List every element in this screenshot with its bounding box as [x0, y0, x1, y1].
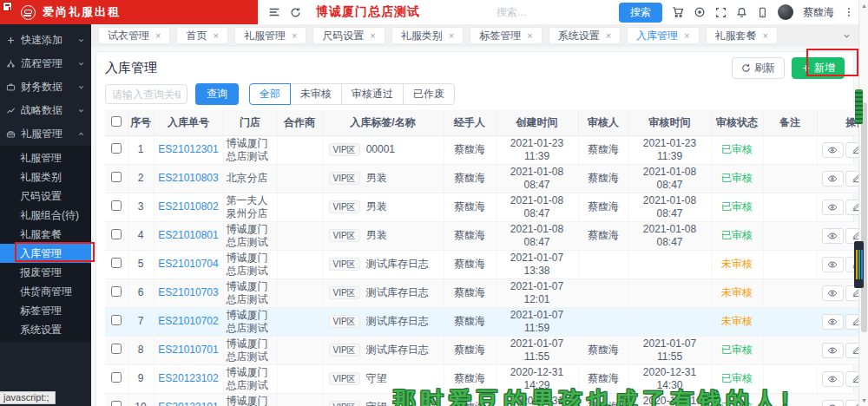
order-link[interactable]: ES21010703	[158, 286, 218, 298]
sidebar-item-财务数据[interactable]: 财务数据	[0, 75, 91, 99]
tab-礼服管理[interactable]: 礼服管理×	[234, 27, 306, 44]
order-link[interactable]: ES21010701	[158, 344, 218, 356]
tag-name: 测试库存日志	[366, 344, 429, 357]
scroll-down-icon[interactable]: ▼	[859, 396, 868, 405]
cell-order-no: ES21012301	[154, 135, 223, 164]
view-button[interactable]	[822, 371, 844, 387]
tab-close-icon[interactable]: ×	[449, 31, 454, 41]
sidebar-subitem-报废管理[interactable]: 报废管理	[0, 263, 91, 282]
order-link[interactable]: ES21012301	[158, 143, 218, 155]
order-link[interactable]: ES21010702	[158, 315, 218, 327]
tag-line: VIP区男装	[326, 172, 441, 185]
page-refresh-icon[interactable]	[290, 7, 301, 18]
eye-icon	[827, 202, 838, 213]
scroll-up-icon[interactable]: ▲	[859, 1, 868, 10]
view-button[interactable]	[822, 343, 844, 358]
tab-close-icon[interactable]: ×	[606, 31, 611, 41]
filter-审核通过[interactable]: 审核通过	[341, 83, 404, 105]
floating-widget[interactable]	[854, 241, 864, 288]
row-checkbox[interactable]	[111, 372, 122, 383]
view-button[interactable]	[822, 200, 844, 215]
sidebar-item-战略数据[interactable]: 战略数据	[0, 99, 91, 122]
header-search-input[interactable]	[496, 6, 609, 18]
sidebar-subitem-礼服管理[interactable]: 礼服管理	[0, 148, 91, 167]
sidebar-item-流程管理[interactable]: 流程管理	[0, 52, 91, 75]
tab-礼服套餐[interactable]: 礼服套餐×	[706, 27, 778, 44]
cell-created: 2021-01-08 08:47	[496, 221, 578, 250]
record-icon[interactable]	[694, 6, 706, 18]
tab-close-icon[interactable]: ×	[292, 31, 297, 41]
sidebar-subitem-尺码设置[interactable]: 尺码设置	[0, 187, 91, 206]
cart-icon[interactable]	[672, 6, 684, 18]
tab-首页[interactable]: 首页×	[176, 27, 227, 44]
view-button[interactable]	[822, 400, 844, 406]
tab-close-icon[interactable]: ×	[370, 31, 375, 41]
row-checkbox[interactable]	[111, 143, 122, 154]
tab-试衣管理[interactable]: 试衣管理×	[98, 27, 170, 44]
row-checkbox[interactable]	[111, 286, 122, 297]
status-badge: 已审核	[721, 172, 753, 184]
view-button[interactable]	[822, 171, 844, 187]
add-button[interactable]: 新增	[792, 57, 845, 79]
status-badge: 已审核	[721, 229, 753, 241]
sidebar-subitem-入库管理[interactable]: 入库管理	[0, 244, 91, 263]
view-button[interactable]	[822, 257, 844, 272]
view-button[interactable]	[822, 314, 844, 330]
row-checkbox[interactable]	[111, 344, 122, 354]
tabs-collapse-chevron-icon[interactable]	[842, 31, 852, 41]
refresh-button[interactable]: 刷新	[732, 57, 785, 79]
scrollbar-thumb[interactable]	[861, 102, 867, 332]
order-link[interactable]: ES20123102	[158, 372, 218, 384]
tab-close-icon[interactable]: ×	[684, 31, 689, 41]
tab-系统设置[interactable]: 系统设置×	[549, 27, 621, 44]
sidebar-subitem-礼服组合(待)[interactable]: 礼服组合(待)	[0, 206, 91, 225]
tab-尺码设置[interactable]: 尺码设置×	[312, 27, 385, 44]
tab-close-icon[interactable]: ×	[155, 31, 161, 41]
order-link[interactable]: ES21010802	[158, 200, 218, 213]
filter-全部[interactable]: 全部	[249, 83, 291, 105]
tab-close-icon[interactable]: ×	[763, 31, 768, 41]
order-link[interactable]: ES21010704	[158, 258, 218, 270]
tab-标签管理[interactable]: 标签管理×	[470, 27, 542, 44]
tab-入库管理[interactable]: 入库管理×	[627, 27, 699, 44]
filter-已作废[interactable]: 已作废	[403, 83, 455, 105]
view-button[interactable]	[822, 142, 844, 158]
tab-close-icon[interactable]: ×	[213, 31, 218, 41]
status-badge: 未审核	[721, 286, 753, 298]
row-checkbox[interactable]	[111, 172, 122, 182]
view-button[interactable]	[822, 228, 844, 244]
row-checkbox[interactable]	[111, 401, 122, 406]
cell-handler: 蔡馥海	[444, 278, 496, 307]
bell-icon[interactable]	[736, 7, 747, 18]
fullscreen-icon[interactable]	[715, 7, 727, 18]
row-checkbox[interactable]	[111, 315, 122, 325]
view-button[interactable]	[822, 285, 844, 301]
status-badge: 已审核	[721, 344, 753, 356]
sidebar-item-快速添加[interactable]: 快速添加	[0, 29, 91, 52]
more-icon[interactable]	[844, 7, 854, 17]
mobile-icon[interactable]	[757, 7, 768, 18]
tab-礼服类别[interactable]: 礼服类别×	[391, 27, 464, 44]
cell-handler: 蔡馥海	[444, 193, 496, 221]
keyword-input[interactable]	[105, 84, 187, 104]
filter-未审核[interactable]: 未审核	[290, 83, 342, 105]
row-checkbox[interactable]	[111, 200, 122, 211]
row-checkbox[interactable]	[111, 229, 122, 239]
menu-fold-icon[interactable]	[268, 6, 280, 18]
sidebar-subitem-标签管理[interactable]: 标签管理	[0, 301, 91, 320]
sidebar-subitem-系统设置[interactable]: 系统设置	[0, 320, 91, 339]
row-checkbox[interactable]	[111, 258, 122, 268]
browser-scrollbar[interactable]: ▲ ▼	[858, 0, 868, 406]
order-link[interactable]: ES21010801	[158, 229, 218, 241]
query-button[interactable]: 查询	[195, 83, 239, 105]
select-all-checkbox[interactable]	[111, 116, 122, 127]
order-link[interactable]: ES21010803	[158, 172, 218, 184]
sidebar-subitem-礼服类别[interactable]: 礼服类别	[0, 167, 91, 187]
sidebar-subitem-礼服套餐[interactable]: 礼服套餐	[0, 225, 91, 244]
sidebar-subitem-供货商管理[interactable]: 供货商管理	[0, 282, 91, 301]
tab-close-icon[interactable]: ×	[527, 31, 532, 41]
sidebar-item-礼服管理[interactable]: 礼服管理	[0, 122, 91, 146]
header-search-button[interactable]: 搜索	[619, 3, 662, 23]
order-link[interactable]: ES20123101	[158, 401, 218, 406]
user-avatar[interactable]	[778, 4, 793, 20]
